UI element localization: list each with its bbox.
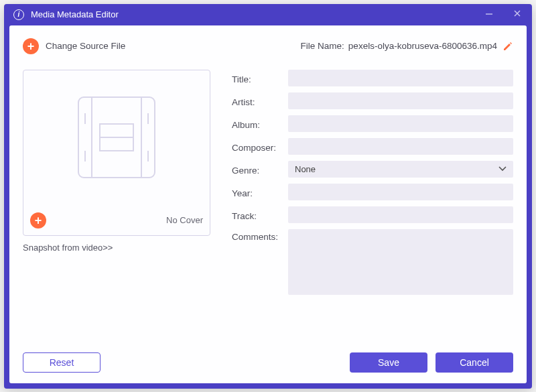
cover-placeholder-icon xyxy=(65,90,168,184)
comments-input[interactable] xyxy=(288,229,513,295)
close-button[interactable] xyxy=(508,9,527,20)
artist-label: Artist: xyxy=(232,94,288,107)
composer-label: Composer: xyxy=(232,140,288,153)
album-label: Album: xyxy=(232,117,288,130)
cover-footer: + No Cover xyxy=(30,212,203,228)
artist-input[interactable] xyxy=(288,92,513,109)
change-source-label[interactable]: Change Source File xyxy=(46,41,125,51)
content-area: + Change Source File File Name: pexels-o… xyxy=(9,25,527,383)
composer-row: Composer: xyxy=(232,138,513,155)
genre-label: Genre: xyxy=(232,163,288,176)
cover-art-box: + No Cover xyxy=(23,70,210,236)
cover-column: + No Cover Snapshot from video>> xyxy=(23,70,210,346)
file-name-label: File Name: xyxy=(301,41,344,51)
save-button[interactable]: Save xyxy=(350,352,427,373)
year-input[interactable] xyxy=(288,184,513,200)
genre-selected-value: None xyxy=(295,164,316,174)
title-row: Title: xyxy=(232,70,513,86)
comments-label: Comments: xyxy=(232,229,288,242)
add-cover-plus-icon[interactable]: + xyxy=(30,212,46,228)
window-title: Media Metadata Editor xyxy=(31,9,480,19)
edit-file-name-icon[interactable] xyxy=(503,41,513,52)
title-input[interactable] xyxy=(288,70,513,86)
comments-row: Comments: xyxy=(232,229,513,295)
snapshot-from-video-link[interactable]: Snapshot from video>> xyxy=(23,243,210,253)
track-input[interactable] xyxy=(288,206,513,223)
composer-input[interactable] xyxy=(288,138,513,155)
svg-rect-11 xyxy=(100,137,133,151)
minimize-button[interactable] xyxy=(480,9,498,20)
file-name-value: pexels-olya-kobruseva-6800636.mp4 xyxy=(348,41,497,51)
year-row: Year: xyxy=(232,184,513,200)
genre-select[interactable]: None xyxy=(288,161,513,178)
reset-button[interactable]: Reset xyxy=(23,352,100,373)
chevron-down-icon xyxy=(498,166,507,172)
titlebar: i Media Metadata Editor xyxy=(4,4,532,25)
cancel-button[interactable]: Cancel xyxy=(436,352,513,373)
artist-row: Artist: xyxy=(232,92,513,109)
button-row: Reset Save Cancel xyxy=(23,352,513,373)
album-input[interactable] xyxy=(288,115,513,132)
no-cover-label: No Cover xyxy=(166,215,203,225)
track-row: Track: xyxy=(232,206,513,223)
main-area: + No Cover Snapshot from video>> Title: … xyxy=(23,70,513,346)
year-label: Year: xyxy=(232,186,288,198)
window-controls xyxy=(480,9,527,20)
change-source-plus-icon[interactable]: + xyxy=(23,38,39,54)
svg-rect-10 xyxy=(100,124,133,137)
app-window: i Media Metadata Editor + Change Source … xyxy=(4,4,532,389)
title-label: Title: xyxy=(232,72,288,84)
genre-row: Genre: None xyxy=(232,161,513,178)
album-row: Album: xyxy=(232,115,513,132)
track-label: Track: xyxy=(232,208,288,221)
info-icon: i xyxy=(13,9,24,20)
fields-column: Title: Artist: Album: Composer: Genre: xyxy=(232,70,513,346)
source-row: + Change Source File File Name: pexels-o… xyxy=(23,35,513,58)
